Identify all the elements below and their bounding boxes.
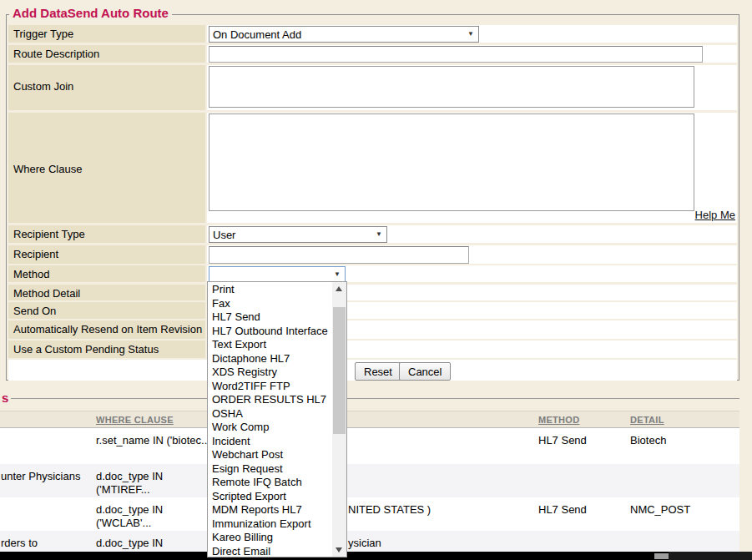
method-option[interactable]: Work Comp <box>208 421 331 435</box>
where-clause-row: Where Clause Help Me <box>8 113 737 223</box>
method-option[interactable]: Word2TIFF FTP <box>208 380 331 394</box>
chevron-down-icon: ▼ <box>467 31 474 38</box>
method-option[interactable]: XDS Registry <box>208 366 331 380</box>
method-select[interactable]: ▼ <box>209 266 346 283</box>
method-option[interactable]: Text Export <box>208 338 331 352</box>
bottom-bar-right-segment <box>669 552 752 560</box>
recipient-type-row: Recipient Type User ▼ <box>8 225 737 243</box>
route-description-label: Route Description <box>8 45 205 63</box>
method-option[interactable]: Print <box>208 283 331 297</box>
send-on-label: Send On <box>8 302 205 319</box>
custom-pending-status-label: Use a Custom Pending Status <box>8 341 205 358</box>
dropdown-scrollbar[interactable] <box>332 282 346 557</box>
recipient-input[interactable] <box>209 246 469 264</box>
method-option[interactable]: ORDER RESULTS HL7 <box>208 393 331 407</box>
recipient-cell <box>207 245 737 264</box>
method-dropdown-options: Print Fax HL7 Send HL7 Outbound Interfac… <box>208 283 331 558</box>
route-description-row: Route Description <box>8 45 737 63</box>
method-row: Method ▼ <box>8 265 737 282</box>
method-option[interactable]: Remote IFQ Batch <box>208 476 331 490</box>
form-buttons-row: Reset Cancel <box>8 360 737 381</box>
column-header-where-clause[interactable]: WHERE CLAUSE <box>96 415 174 425</box>
method-option[interactable]: Scripted Export <box>208 490 331 504</box>
custom-pending-status-row: Use a Custom Pending Status <box>8 341 737 358</box>
where-clause-cell: Help Me <box>207 113 737 223</box>
method-option[interactable]: Dictaphone HL7 <box>208 352 331 366</box>
column-header-method[interactable]: METHOD <box>538 415 579 425</box>
method-option[interactable]: HL7 Outbound Interface <box>208 325 331 339</box>
add-datasend-auto-route-form: Add DataSend Auto Route Trigger Type On … <box>6 14 739 381</box>
method-option[interactable]: Immunization Export <box>208 517 331 532</box>
method-detail-label: Method Detail <box>8 285 205 300</box>
arrow-down-icon <box>336 547 342 552</box>
chevron-down-icon: ▼ <box>334 271 341 278</box>
chevron-down-icon: ▼ <box>376 231 382 238</box>
table-row[interactable]: rders to d.doc_type IN('REFORD... ysicia… <box>0 531 739 552</box>
method-dropdown-list: Print Fax HL7 Send HL7 Outbound Interfac… <box>207 281 347 557</box>
method-option[interactable]: Kareo Billing <box>208 531 331 545</box>
method-detail-row: Method Detail <box>8 285 737 300</box>
recipient-type-label: Recipient Type <box>8 225 205 243</box>
recipient-type-value: User <box>213 229 235 241</box>
table-row[interactable]: d.doc_type IN('WCLAB'... NITED STATES ) … <box>0 497 739 531</box>
routes-section-divider <box>11 398 739 399</box>
table-row[interactable]: r.set_name IN ('biotec... HL7 Send Biote… <box>0 428 739 464</box>
trigger-type-label: Trigger Type <box>8 25 205 43</box>
table-row[interactable]: unter Physicians d.doc_type IN('MTIREF..… <box>0 464 739 497</box>
horizontal-scrollbar-thumb[interactable] <box>654 553 669 559</box>
routes-table-header: WHERE CLAUSE METHOD DETAIL <box>0 411 739 428</box>
custom-join-row: Custom Join <box>8 65 737 110</box>
routes-section-title: s <box>2 391 11 405</box>
method-option[interactable]: HL7 Send <box>208 310 331 325</box>
method-option[interactable]: Fax <box>208 297 331 311</box>
auto-resend-label: Automatically Resend on Item Revision <box>8 320 205 339</box>
recipient-type-cell: User ▼ <box>207 225 737 243</box>
send-on-row: Send On <box>8 302 737 319</box>
recipient-label: Recipient <box>8 245 205 264</box>
cancel-button[interactable]: Cancel <box>399 362 451 381</box>
scrollbar-thumb[interactable] <box>333 307 346 434</box>
bottom-bar <box>0 552 752 560</box>
route-description-input[interactable] <box>209 46 703 63</box>
where-clause-textarea[interactable] <box>209 114 694 211</box>
custom-join-textarea[interactable] <box>209 66 694 108</box>
method-option[interactable]: Esign Request <box>208 462 331 477</box>
scroll-up-button[interactable] <box>332 282 346 295</box>
auto-resend-row: Automatically Resend on Item Revision <box>8 320 737 339</box>
trigger-type-row: Trigger Type On Document Add ▼ <box>8 25 737 43</box>
method-option[interactable]: Incident <box>208 435 331 449</box>
custom-join-label: Custom Join <box>8 65 205 110</box>
method-label: Method <box>8 265 205 282</box>
recipient-type-select[interactable]: User ▼ <box>209 226 387 243</box>
custom-join-cell <box>207 65 737 110</box>
trigger-type-value: On Document Add <box>213 28 301 41</box>
trigger-type-cell: On Document Add ▼ <box>207 25 737 43</box>
where-clause-label: Where Clause <box>8 113 205 223</box>
scroll-down-button[interactable] <box>332 543 346 557</box>
recipient-row: Recipient <box>8 245 737 264</box>
help-me-link[interactable]: Help Me <box>695 209 735 221</box>
method-option[interactable]: OSHA <box>208 407 331 421</box>
arrow-up-icon <box>336 286 342 291</box>
method-cell: ▼ <box>207 265 737 282</box>
trigger-type-select[interactable]: On Document Add ▼ <box>209 26 479 43</box>
route-description-cell <box>207 45 737 63</box>
column-header-detail[interactable]: DETAIL <box>630 415 664 425</box>
method-option[interactable]: MDM Reports HL7 <box>208 503 331 517</box>
form-title: Add DataSend Auto Route <box>9 6 172 20</box>
method-option[interactable]: Webchart Post <box>208 448 331 462</box>
form-buttons-cell: Reset Cancel <box>8 360 737 381</box>
method-option[interactable]: Direct Email <box>208 545 331 559</box>
reset-button[interactable]: Reset <box>355 362 401 381</box>
